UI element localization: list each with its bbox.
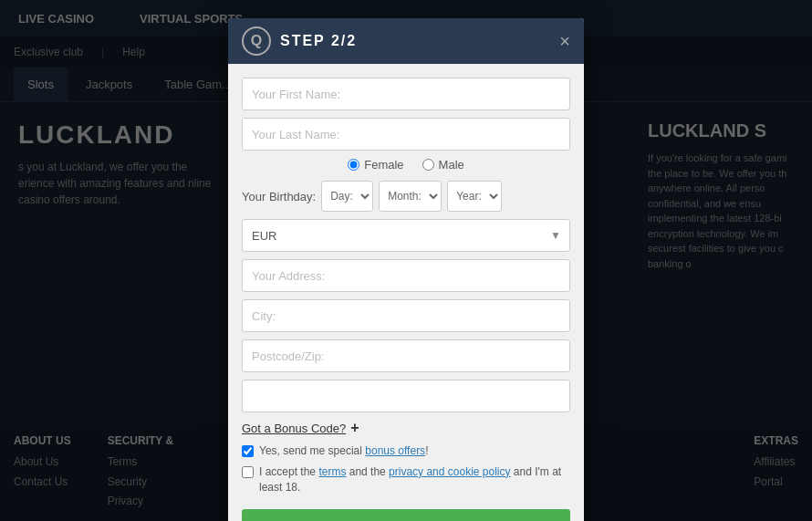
currency-select[interactable]: EUR USD GBP <box>242 219 570 252</box>
birthday-label: Your Birthday: <box>242 190 316 203</box>
address-input[interactable] <box>242 259 570 292</box>
extra-field-input[interactable] <box>242 380 570 412</box>
terms-text-middle: and the <box>346 465 389 478</box>
birthday-row: Your Birthday: Day: Month: Year: <box>242 181 570 212</box>
birthday-day-select[interactable]: Day: <box>321 181 373 212</box>
bonus-code-text: Got a Bonus Code? <box>242 422 346 435</box>
gender-male-radio[interactable] <box>422 159 434 171</box>
special-offers-label[interactable]: Yes, send me special bonus offers! <box>259 443 428 459</box>
postcode-input[interactable] <box>242 339 570 372</box>
special-offers-text-after: ! <box>425 444 428 457</box>
open-account-button[interactable]: OPEN ACCOUNT <box>242 509 570 521</box>
bonus-offers-link[interactable]: bonus offers <box>365 444 425 457</box>
privacy-policy-link[interactable]: privacy and cookie policy <box>389 465 510 478</box>
terms-row: I accept the terms and the privacy and c… <box>242 464 570 495</box>
gender-male-label[interactable]: Male <box>422 158 464 172</box>
gender-male-text: Male <box>439 158 464 172</box>
gender-radio-group: Female Male <box>242 158 570 172</box>
gender-female-label[interactable]: Female <box>348 158 403 172</box>
plus-icon: + <box>350 420 359 436</box>
birthday-year-select[interactable]: Year: <box>447 181 502 212</box>
modal-title: STEP 2/2 <box>280 33 357 49</box>
city-input[interactable] <box>242 299 570 332</box>
modal-header-left: Q STEP 2/2 <box>242 26 357 56</box>
modal-logo: Q <box>242 26 271 56</box>
special-offers-row: Yes, send me special bonus offers! <box>242 443 570 459</box>
gender-female-text: Female <box>364 158 403 172</box>
terms-label[interactable]: I accept the terms and the privacy and c… <box>259 464 570 495</box>
terms-text-before: I accept the <box>259 465 318 478</box>
modal-close-button[interactable]: × <box>559 32 570 50</box>
first-name-input[interactable] <box>242 78 570 110</box>
terms-link[interactable]: terms <box>318 465 346 478</box>
bonus-code-row[interactable]: Got a Bonus Code? + <box>242 420 570 436</box>
currency-select-wrap: EUR USD GBP ▼ <box>242 219 570 252</box>
birthday-month-select[interactable]: Month: <box>379 181 442 212</box>
modal-overlay: Q STEP 2/2 × Female Male <box>0 0 812 521</box>
gender-female-radio[interactable] <box>348 159 359 171</box>
modal-header: Q STEP 2/2 × <box>228 18 584 64</box>
special-offers-checkbox[interactable] <box>242 445 254 457</box>
terms-checkbox[interactable] <box>242 466 254 478</box>
registration-modal: Q STEP 2/2 × Female Male <box>228 18 584 521</box>
modal-body: Female Male Your Birthday: Day: Month: Y… <box>228 64 584 521</box>
special-offers-text-before: Yes, send me special <box>259 444 365 457</box>
last-name-input[interactable] <box>242 118 570 151</box>
